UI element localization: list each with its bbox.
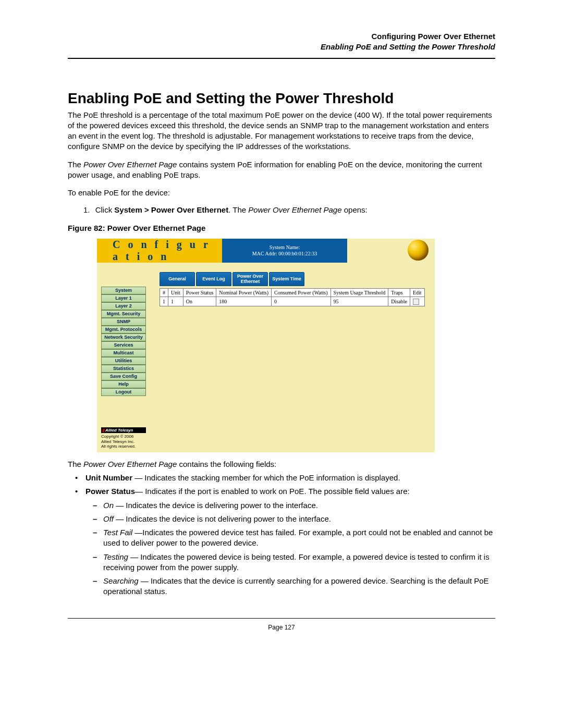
field-power-status: Power Status— Indicates if the port is e… — [68, 486, 495, 597]
sidebar-item-logout[interactable]: Logout — [101, 388, 146, 396]
document-page: Configuring Power Over Ethernet Enabling… — [0, 0, 563, 728]
sidebar-item-help[interactable]: Help — [101, 380, 146, 388]
sidebar-item-services[interactable]: Services — [101, 341, 146, 349]
col-edit: Edit — [410, 289, 424, 297]
footer-rule — [68, 618, 495, 619]
page-header: Configuring Power Over Ethernet Enabling… — [68, 31, 495, 53]
content-area: General Event Log Power Over Ethernet Sy… — [146, 272, 431, 449]
cell-traps: Disable — [388, 297, 410, 306]
header-rule — [68, 58, 495, 59]
cell-threshold: 95 — [331, 297, 388, 306]
value-searching: Searching — Indicates that the device is… — [85, 576, 495, 597]
step-1: 1. Click System > Power Over Ethernet. T… — [83, 205, 495, 214]
top-bar-right — [347, 239, 435, 263]
sidebar-item-multicast[interactable]: Multicast — [101, 349, 146, 357]
globe-icon — [408, 240, 429, 261]
col-unit: Unit — [168, 289, 183, 297]
brand-badge: ▮ Allied Telesyn — [101, 427, 146, 433]
figure-caption: Figure 82: Power Over Ethernet Page — [68, 224, 495, 232]
edit-checkbox[interactable] — [413, 299, 419, 305]
tab-row: General Event Log Power Over Ethernet Sy… — [160, 272, 431, 286]
paragraph-1: The PoE threshold is a percentage of the… — [68, 110, 495, 152]
system-info-bar: System Name: MAC Addr: 00:00:b0:01:22:33 — [222, 239, 347, 263]
field-unit-number: Unit Number — Indicates the stacking mem… — [68, 473, 495, 483]
poe-screenshot: C o n f i g u r a t i o n System Name: M… — [97, 239, 435, 452]
system-name-label: System Name: — [270, 244, 300, 251]
sidebar-item-mgmt-security[interactable]: Mgmt. Security — [101, 310, 146, 318]
value-on: On — Indicates the device is delivering … — [85, 500, 495, 511]
col-nominal: Nominal Power (Watts) — [216, 289, 272, 297]
cell-consumed: 0 — [272, 297, 331, 306]
configuration-title: C o n f i g u r a t i o n — [113, 239, 222, 263]
value-off: Off — Indicates the device is not delive… — [85, 514, 495, 524]
col-threshold: System Usage Threshold — [331, 289, 388, 297]
cell-nominal: 180 — [216, 297, 272, 306]
cell-unit: 1 — [168, 297, 183, 306]
col-traps: Traps — [388, 289, 410, 297]
paragraph-2: The Power Over Ethernet Page contains sy… — [68, 159, 495, 181]
tab-general[interactable]: General — [160, 272, 195, 286]
sidebar-item-system[interactable]: System — [101, 287, 146, 294]
body-text: The PoE threshold is a percentage of the… — [68, 110, 495, 199]
mac-address: MAC Addr: 00:00:b0:01:22:33 — [252, 251, 317, 257]
table-row: 1 1 On 180 0 95 Disable — [160, 297, 425, 306]
table-header-row: # Unit Power Status Nominal Power (Watts… — [160, 289, 425, 297]
col-idx: # — [160, 289, 168, 297]
header-section: Enabling PoE and Setting the Power Thres… — [68, 42, 495, 52]
sidebar-item-network-security[interactable]: Network Security — [101, 334, 146, 341]
field-list: Unit Number — Indicates the stacking mem… — [68, 473, 495, 597]
page-number: Page 127 — [68, 624, 495, 631]
cell-status: On — [183, 297, 216, 306]
paragraph-3: To enable PoE for the device: — [68, 188, 495, 198]
cell-edit — [410, 297, 424, 306]
page-title: Enabling PoE and Setting the Power Thres… — [68, 90, 495, 107]
value-test-fail: Test Fail —Indicates the powered device … — [85, 527, 495, 549]
sidebar-item-layer1[interactable]: Layer 1 — [101, 294, 146, 302]
main-area: System Layer 1 Layer 2 Mgmt. Security SN… — [97, 263, 435, 449]
top-bar: C o n f i g u r a t i o n System Name: M… — [97, 239, 435, 263]
tab-poe[interactable]: Power Over Ethernet — [232, 272, 268, 286]
sidebar: System Layer 1 Layer 2 Mgmt. Security SN… — [101, 287, 146, 449]
sidebar-item-utilities[interactable]: Utilities — [101, 357, 146, 365]
poe-table: # Unit Power Status Nominal Power (Watts… — [160, 288, 425, 306]
tab-system-time[interactable]: System Time — [269, 272, 304, 286]
contains-line: The Power Over Ethernet Page contains th… — [68, 460, 495, 468]
power-status-values: On — Indicates the device is delivering … — [85, 500, 495, 597]
header-chapter: Configuring Power Over Ethernet — [68, 31, 495, 42]
col-consumed: Consumed Power (Watts) — [272, 289, 331, 297]
sidebar-item-statistics[interactable]: Statistics — [101, 365, 146, 373]
col-status: Power Status — [183, 289, 216, 297]
copyright: Copyright © 2006 Allied Telesyn Inc. All… — [101, 434, 146, 449]
sidebar-item-layer2[interactable]: Layer 2 — [101, 302, 146, 310]
value-testing: Testing — Indicates the powered device i… — [85, 552, 495, 573]
tab-event-log[interactable]: Event Log — [196, 272, 231, 286]
cell-idx: 1 — [160, 297, 168, 306]
sidebar-item-save-config[interactable]: Save Config — [101, 373, 146, 380]
title-bar: C o n f i g u r a t i o n — [97, 239, 222, 263]
sidebar-item-snmp[interactable]: SNMP — [101, 318, 146, 326]
sidebar-item-mgmt-protocols[interactable]: Mgmt. Protocols — [101, 326, 146, 334]
